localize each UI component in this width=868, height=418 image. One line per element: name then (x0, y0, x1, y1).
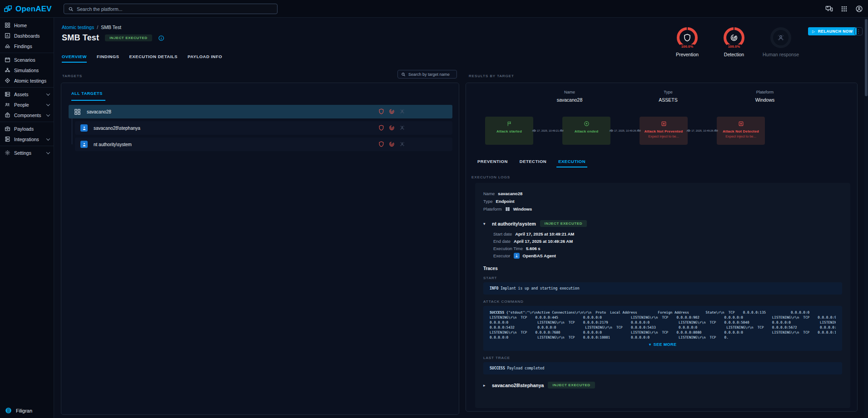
components-icon (4, 112, 10, 118)
timeline-step-attack-ended: Attack ended (562, 117, 610, 145)
tab-overview[interactable]: OVERVIEW (62, 54, 87, 63)
result-tabs: PREVENTION DETECTION EXECUTION (477, 159, 585, 167)
play-icon: ▷ (812, 30, 815, 34)
tab-execution[interactable]: EXECUTION (558, 159, 585, 167)
breadcrumb-current: SMB Test (101, 25, 121, 30)
account-icon[interactable] (854, 5, 863, 14)
radar-icon (730, 34, 738, 42)
sidebar-divider (0, 146, 54, 146)
prevention-shield-icon (378, 125, 384, 131)
tab-payload-info[interactable]: PAYLOAD INFO (188, 54, 222, 63)
devices-icon[interactable] (824, 5, 833, 14)
scrollbar-thumb[interactable] (865, 19, 868, 96)
openbas-agent-icon (514, 253, 520, 259)
target-row-nt-authority-system[interactable]: nt authority\system (75, 138, 452, 151)
asset-group-icon (74, 108, 81, 115)
target-row-savacano28[interactable]: savacano28 (69, 105, 452, 118)
breadcrumb-parent-link[interactable]: Atomic testings (62, 25, 94, 30)
app-logo[interactable]: OpenAEV (4, 0, 52, 18)
field-end-date: End date April 17, 2025 at 10:49:26 AM (493, 237, 842, 245)
detection-label: Detection (716, 52, 752, 57)
page-scrollbar (864, 18, 868, 418)
more-options-button[interactable]: ⋮ (854, 27, 863, 35)
target-search-input[interactable] (408, 72, 453, 77)
tab-detection[interactable]: DETECTION (520, 159, 546, 167)
sidebar-item-findings[interactable]: Findings (0, 41, 54, 51)
human-response-ring (770, 27, 791, 48)
filigran-brand[interactable]: Filigran (5, 407, 32, 414)
relaunch-now-button[interactable]: ▷ RELAUNCH NOW (808, 27, 857, 35)
trace-last-box: SUCCESS Payload completed (483, 362, 842, 374)
apps-grid-icon[interactable] (839, 5, 848, 14)
detection-radar-icon (389, 125, 395, 131)
sidebar-item-simulations[interactable]: Simulations (0, 65, 54, 75)
tab-findings[interactable]: FINDINGS (97, 54, 119, 63)
results-section-label: RESULTS BY TARGET (469, 74, 514, 78)
prevention-shield-icon (378, 108, 384, 114)
target-search (397, 70, 457, 79)
timeline-date: Apr 17, 2025, 10:49:26 AM (610, 129, 641, 132)
app-logo-text: OpenAEV (15, 5, 52, 14)
info-icon[interactable] (158, 35, 164, 41)
prevention-ring: 100.0% (677, 27, 698, 48)
target-name: nt authority\system (94, 142, 132, 147)
trace-message: Implant is up and starting execution (498, 286, 579, 290)
human-response-label: Human response (763, 52, 799, 57)
payloads-icon (4, 126, 10, 132)
trace-level: INFO (490, 286, 498, 290)
human-response-gauge: Human response (763, 27, 799, 57)
tab-all-targets[interactable]: ALL TARGETS (71, 91, 105, 101)
timeline-connector: Apr 17, 2025, 10:49:26 AM (610, 117, 640, 145)
windows-icon (505, 207, 510, 211)
log-entry-stephanya[interactable]: ▸ savacano28\stephanya INJECT EXECUTED (483, 382, 842, 388)
sidebar-item-scenarios[interactable]: Scenarios (0, 54, 54, 65)
topbar: OpenAEV (0, 0, 868, 18)
title-row: SMB Test INJECT EXECUTED (62, 33, 164, 43)
result-header-name: Name savacano28 (538, 90, 601, 103)
log-entry-fields: Start date April 17, 2025 at 10:49:21 AM… (493, 230, 842, 259)
prevention-shield-icon (378, 141, 384, 147)
tab-execution-details[interactable]: EXECUTION DETAILS (129, 54, 178, 63)
target-row-stephanya[interactable]: savacano28\stephanya (75, 121, 452, 135)
detection-radar-icon (389, 141, 395, 147)
timeline-date: Apr 17, 2025, 10:49:21 AM (532, 129, 564, 132)
target-name: savacano28\stephanya (94, 126, 140, 131)
prevention-label: Prevention (669, 52, 705, 57)
sidebar-item-payloads[interactable]: Payloads (0, 123, 54, 134)
sidebar-item-atomic-testings[interactable]: Atomic testings (0, 75, 54, 86)
sidebar-item-settings[interactable]: Settings (0, 148, 54, 158)
trace-level: SUCCESS (490, 366, 505, 370)
sidebar-item-home[interactable]: Home (0, 20, 54, 30)
trace-start-label: START (483, 276, 842, 280)
sidebar-item-components[interactable]: Components (0, 110, 54, 120)
target-tree-line (72, 118, 72, 144)
detection-radar-icon (389, 108, 395, 114)
filigran-brand-text: Filigran (16, 408, 32, 413)
filigran-logo-icon (5, 407, 12, 414)
status-badge: INJECT EXECUTED (105, 34, 152, 41)
sidebar-item-people[interactable]: People (0, 99, 54, 110)
sidebar-item-assets[interactable]: Assets (0, 89, 54, 99)
global-search (64, 4, 278, 14)
flag-icon (506, 121, 512, 127)
timeline-step-not-prevented: Attack Not Prevented Expect inject to be… (640, 117, 688, 145)
timeline-connector: Apr 17, 2025, 10:49:26 AM (688, 117, 717, 145)
sidebar-item-integrations[interactable]: Integrations (0, 134, 54, 144)
tab-prevention[interactable]: PREVENTION (477, 159, 508, 167)
prevention-gauge: 100.0% Prevention (669, 27, 705, 57)
log-entry-nt-authority-system[interactable]: ▾ nt authority\system INJECT EXECUTED (483, 220, 842, 227)
timeline-date: Apr 17, 2025, 10:49:26 AM (687, 129, 718, 132)
field-executor: Executor OpenBAS Agent (493, 252, 842, 259)
see-more-button[interactable]: ▾ SEE MORE (490, 342, 836, 347)
global-search-input[interactable] (77, 6, 273, 12)
chevron-down-icon (46, 92, 50, 95)
human-response-icon (399, 141, 405, 147)
endpoint-icon (80, 124, 88, 132)
target-status-icons (378, 108, 405, 114)
sidebar-item-dashboards[interactable]: Dashboards (0, 30, 54, 41)
caret-down-icon: ▾ (483, 221, 488, 226)
log-meta-name: Name savacano28 (483, 190, 842, 197)
detection-ring: 100.0% (724, 27, 744, 48)
chevron-down-icon (46, 102, 50, 106)
result-header-platform: Plateform Windows (733, 90, 797, 103)
